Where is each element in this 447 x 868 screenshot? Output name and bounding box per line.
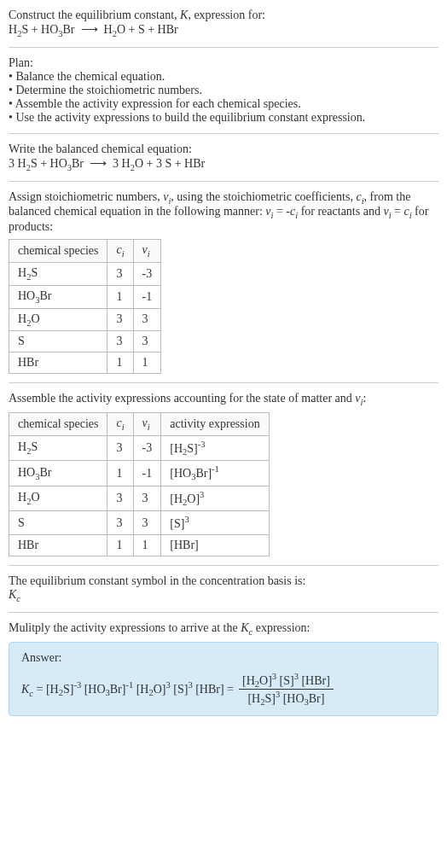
table-cell: -1 [133, 285, 161, 308]
plan-bullet: • Balance the chemical equation. [9, 70, 438, 84]
assemble-text: Assemble the activity expressions accoun… [9, 392, 438, 407]
plan-block: Plan: • Balance the chemical equation. •… [9, 56, 438, 125]
intro-reaction: H2S + HO3Br ⟶ H2O + S + HBr [9, 22, 438, 38]
table-header: chemical species [9, 413, 107, 436]
table-cell: S [9, 331, 107, 352]
answer-lhs: Kc = [H2S]-3 [HO3Br]-1 [H2O]3 [S]3 [HBr]… [21, 680, 234, 697]
table-row: HBr 1 1 [9, 352, 161, 374]
table-row: HO3Br 1 -1 [9, 285, 161, 308]
plan-bullet: • Use the activity expressions to build … [9, 111, 438, 125]
table-cell: H2O [9, 308, 107, 331]
assign-block: Assign stoichiometric numbers, νi, using… [9, 190, 438, 375]
table-cell: 1 [107, 534, 133, 556]
table-cell: 1 [107, 285, 133, 308]
table-header: ci [107, 413, 133, 436]
table-row: H2O 3 3 [H2O]3 [9, 486, 270, 510]
table-cell: 3 [133, 308, 161, 331]
table-cell: 3 [107, 308, 133, 331]
symbol-text: The equilibrium constant symbol in the c… [9, 574, 438, 588]
answer-numerator: [H2O]3 [S]3 [HBr] [239, 672, 334, 690]
table-row: H2O 3 3 [9, 308, 161, 331]
symbol-block: The equilibrium constant symbol in the c… [9, 574, 438, 603]
table-cell: HBr [9, 534, 107, 556]
table-cell: HO3Br [9, 285, 107, 308]
table-header-row: chemical species ci νi activity expressi… [9, 413, 270, 436]
table-cell: S [9, 511, 107, 535]
table-header: νi [133, 240, 161, 263]
table-cell: HO3Br [9, 461, 107, 486]
table-header: activity expression [161, 413, 269, 436]
table-cell: [H2S]-3 [161, 435, 269, 460]
table-cell: 3 [133, 511, 161, 535]
table-cell: [S]3 [161, 511, 269, 535]
plan-bullet: • Determine the stoichiometric numbers. [9, 84, 438, 97]
table-cell: H2O [9, 486, 107, 510]
table-cell: 1 [107, 461, 133, 486]
divider [9, 565, 438, 566]
table-cell: [HO3Br]-1 [161, 461, 269, 486]
plan-heading: Plan: [9, 56, 438, 70]
table-row: H2S 3 -3 [H2S]-3 [9, 435, 270, 460]
intro-block: Construct the equilibrium constant, K, e… [9, 9, 438, 38]
table-cell: -1 [133, 461, 161, 486]
table-cell: 1 [133, 352, 161, 374]
table-row: S 3 3 [S]3 [9, 511, 270, 535]
table-row: S 3 3 [9, 331, 161, 352]
balanced-block: Write the balanced chemical equation: 3 … [9, 143, 438, 172]
answer-expression: Kc = [H2S]-3 [HO3Br]-1 [H2O]3 [S]3 [HBr]… [21, 672, 426, 708]
table-cell: HBr [9, 352, 107, 374]
table-header: chemical species [9, 240, 107, 263]
table-row: H2S 3 -3 [9, 262, 161, 285]
table-header: ci [107, 240, 133, 263]
stoich-table: chemical species ci νi H2S 3 -3 HO3Br 1 … [9, 239, 161, 374]
balanced-reaction: 3 H2S + HO3Br ⟶ 3 H2O + 3 S + HBr [9, 156, 438, 172]
answer-denominator: [H2S]3 [HO3Br] [239, 690, 334, 707]
divider [9, 47, 438, 48]
table-cell: H2S [9, 262, 107, 285]
table-cell: 3 [107, 435, 133, 460]
table-cell: 3 [107, 511, 133, 535]
answer-fraction: [H2O]3 [S]3 [HBr] [H2S]3 [HO3Br] [239, 672, 334, 708]
table-row: HO3Br 1 -1 [HO3Br]-1 [9, 461, 270, 486]
table-header-row: chemical species ci νi [9, 240, 161, 263]
table-cell: 3 [133, 486, 161, 510]
table-cell: 3 [107, 262, 133, 285]
table-header: νi [133, 413, 161, 436]
divider [9, 382, 438, 383]
balanced-heading: Write the balanced chemical equation: [9, 143, 438, 156]
multiply-text: Mulitply the activity expressions to arr… [9, 621, 438, 637]
table-cell: [H2O]3 [161, 486, 269, 510]
activity-table: chemical species ci νi activity expressi… [9, 412, 270, 556]
intro-line1: Construct the equilibrium constant, K, e… [9, 9, 438, 22]
table-cell: 3 [133, 331, 161, 352]
table-cell: 1 [133, 534, 161, 556]
table-row: HBr 1 1 [HBr] [9, 534, 270, 556]
symbol-kc: Kc [9, 588, 438, 603]
divider [9, 181, 438, 182]
table-cell: H2S [9, 435, 107, 460]
multiply-block: Mulitply the activity expressions to arr… [9, 621, 438, 717]
table-cell: [HBr] [161, 534, 269, 556]
divider [9, 133, 438, 134]
table-cell: 1 [107, 352, 133, 374]
table-cell: -3 [133, 435, 161, 460]
table-cell: 3 [107, 331, 133, 352]
assemble-block: Assemble the activity expressions accoun… [9, 392, 438, 556]
divider [9, 612, 438, 613]
assign-text: Assign stoichiometric numbers, νi, using… [9, 190, 438, 235]
plan-bullet: • Assemble the activity expression for e… [9, 97, 438, 111]
table-cell: -3 [133, 262, 161, 285]
answer-label: Answer: [21, 651, 426, 665]
answer-box: Answer: Kc = [H2S]-3 [HO3Br]-1 [H2O]3 [S… [9, 642, 438, 717]
table-cell: 3 [107, 486, 133, 510]
